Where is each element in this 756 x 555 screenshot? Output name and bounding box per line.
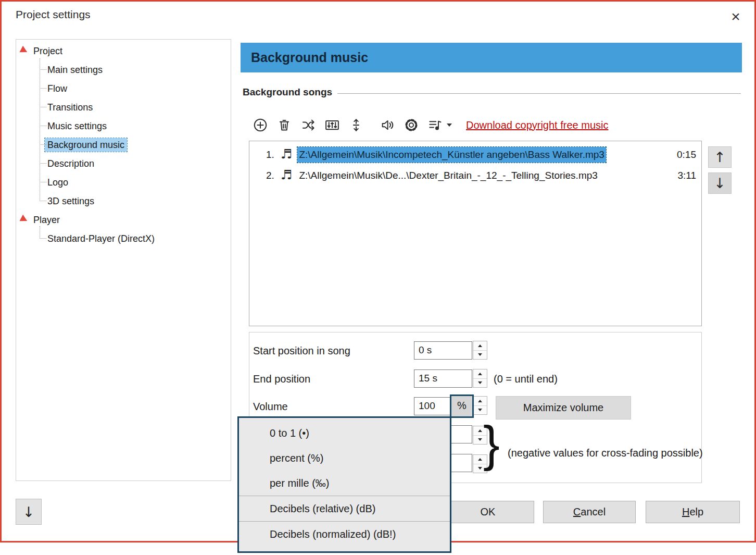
volume-icon bbox=[380, 117, 395, 133]
cancel-button[interactable]: Cancel bbox=[543, 501, 636, 523]
music-note-icon: ♬ bbox=[281, 146, 292, 162]
song-row-1[interactable]: 1. ♬ Z:\Allgemein\Musik\Incompetech_Küns… bbox=[249, 144, 701, 165]
page-header: Background music bbox=[241, 43, 742, 72]
menu-item-db-relative[interactable]: Decibels (relative) (dB) bbox=[239, 496, 450, 521]
section-title: Background songs bbox=[243, 87, 332, 98]
brace-glyph: } bbox=[483, 415, 500, 472]
resize-vertical-icon bbox=[348, 117, 364, 133]
tree-item-flow[interactable]: Flow bbox=[16, 79, 231, 98]
song-row-2[interactable]: 2. ♬ Z:\Allgemein\Musik\De...\Dexter_Bri… bbox=[249, 165, 701, 186]
settings-tree: Project Main settings Flow Transitions M… bbox=[16, 39, 231, 481]
end-position-hint: (0 = until end) bbox=[494, 369, 558, 388]
song-path[interactable]: Z:\Allgemein\Musik\De...\Dexter_Britain_… bbox=[297, 168, 599, 183]
playlist-icon bbox=[427, 117, 443, 133]
help-button[interactable]: Help bbox=[646, 501, 740, 523]
song-list[interactable]: 1. ♬ Z:\Allgemein\Musik\Incompetech_Küns… bbox=[249, 141, 702, 326]
menu-item-0-to-1[interactable]: 0 to 1 (•) bbox=[239, 421, 450, 446]
spin-down-button[interactable] bbox=[473, 379, 487, 388]
spin-up-button[interactable] bbox=[473, 397, 487, 406]
tree-item-3d-settings[interactable]: 3D settings bbox=[16, 192, 231, 211]
section-divider bbox=[337, 93, 741, 94]
tree-item-music-settings[interactable]: Music settings bbox=[16, 117, 231, 135]
song-index: 1. bbox=[266, 149, 278, 161]
add-icon bbox=[253, 117, 268, 133]
start-position-label: Start position in song bbox=[253, 341, 350, 360]
menu-item-percent[interactable]: percent (%) bbox=[239, 446, 450, 471]
song-duration: 0:15 bbox=[677, 149, 696, 161]
delete-icon bbox=[276, 117, 292, 133]
menu-item-db-normalized[interactable]: Decibels (normalized) (dB!) bbox=[239, 522, 450, 547]
page-title: Background music bbox=[241, 43, 742, 72]
volume-button[interactable] bbox=[377, 115, 397, 135]
spin-down-button[interactable] bbox=[473, 351, 487, 360]
crossfade-hint: (negative values for cross-fading possib… bbox=[508, 442, 703, 463]
volume-unit-menu: 0 to 1 (•) percent (%) per mille (‰) Dec… bbox=[237, 416, 451, 553]
shuffle-icon bbox=[300, 117, 316, 133]
volume-label: Volume bbox=[253, 397, 288, 416]
tree-item-project[interactable]: Project bbox=[16, 42, 231, 60]
spin-down-button[interactable] bbox=[473, 406, 487, 415]
move-song-up-button[interactable]: ↑ bbox=[708, 146, 732, 168]
shuffle-songs-button[interactable] bbox=[298, 115, 318, 135]
close-icon[interactable]: × bbox=[724, 5, 748, 29]
equalizer-button[interactable] bbox=[322, 115, 342, 135]
window-title: Project settings bbox=[16, 8, 91, 21]
move-song-down-button[interactable]: ↓ bbox=[708, 172, 732, 194]
song-path[interactable]: Z:\Allgemein\Musik\Incompetech_Künstler … bbox=[297, 147, 606, 163]
song-index: 2. bbox=[266, 170, 278, 181]
project-settings-dialog: Project settings × Project Main settings… bbox=[0, 0, 756, 542]
spin-up-button[interactable] bbox=[473, 341, 487, 351]
spin-up-button[interactable] bbox=[473, 369, 487, 379]
playlist-button[interactable] bbox=[425, 115, 453, 135]
volume-spinner[interactable] bbox=[473, 396, 487, 415]
resize-vertical-button[interactable] bbox=[346, 115, 366, 135]
equalizer-icon bbox=[324, 117, 340, 133]
add-song-button[interactable] bbox=[250, 115, 270, 135]
volume-unit-button[interactable]: % bbox=[450, 394, 474, 418]
settings-icon bbox=[404, 117, 419, 133]
tree-item-main-settings[interactable]: Main settings bbox=[16, 60, 231, 79]
settings-button[interactable] bbox=[401, 115, 421, 135]
end-position-spinner[interactable] bbox=[473, 369, 487, 388]
start-position-input[interactable]: 0 s bbox=[414, 341, 472, 360]
tree-item-logo[interactable]: Logo bbox=[16, 173, 231, 192]
dropdown-caret-icon bbox=[447, 124, 452, 127]
start-position-spinner[interactable] bbox=[473, 341, 487, 360]
songs-toolbar: Download copyright free music bbox=[250, 113, 608, 137]
music-note-icon: ♬ bbox=[281, 167, 292, 182]
end-position-input[interactable]: 15 s bbox=[414, 369, 472, 388]
song-duration: 3:11 bbox=[677, 170, 696, 181]
ok-button[interactable]: OK bbox=[442, 501, 534, 523]
end-position-label: End position bbox=[253, 369, 310, 388]
tree-item-background-music[interactable]: Background music bbox=[16, 135, 231, 154]
maximize-volume-button[interactable]: Maximize volume bbox=[496, 396, 631, 420]
tree-item-transitions[interactable]: Transitions bbox=[16, 98, 231, 117]
scroll-down-button[interactable]: ↓ bbox=[16, 499, 42, 525]
tree-item-standard-player[interactable]: Standard-Player (DirectX) bbox=[16, 229, 231, 248]
menu-item-per-mille[interactable]: per mille (‰) bbox=[239, 471, 450, 496]
download-music-link[interactable]: Download copyright free music bbox=[466, 119, 608, 131]
expander-icon bbox=[19, 215, 29, 224]
tree-item-description[interactable]: Description bbox=[16, 154, 231, 173]
tree-item-player[interactable]: Player bbox=[16, 211, 231, 229]
volume-input[interactable]: 100 bbox=[414, 397, 450, 415]
expander-icon bbox=[19, 46, 29, 55]
delete-song-button[interactable] bbox=[274, 115, 294, 135]
